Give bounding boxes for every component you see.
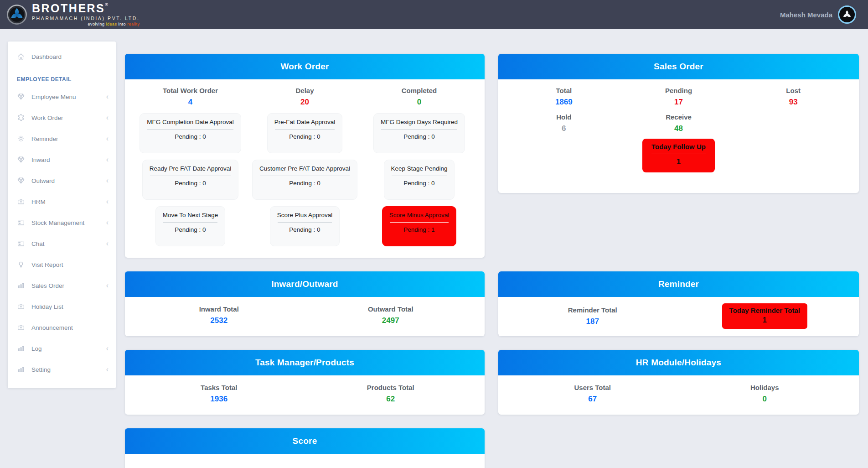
sidebar-item-reminder[interactable]: Reminder‹ — [8, 128, 116, 149]
approval-box-title: MFG Completion Date Approval — [147, 119, 234, 125]
work-order-card-body: Total Work Order4Delay20Completed0 MFG C… — [125, 79, 485, 246]
divider — [390, 222, 449, 223]
hr-module-holidays-card-header: HR Module/Holidays — [498, 350, 859, 375]
approval-box-score-minus-approval[interactable]: Score Minus ApprovalPending : 1 — [382, 206, 456, 246]
stat-value: 93 — [736, 98, 851, 107]
bulb-icon — [17, 260, 25, 269]
chevron-left-icon: ‹ — [106, 114, 108, 121]
inward-outward-card: Inward/Outward Inward Total2532Outward T… — [125, 271, 485, 336]
stat-value: 1869 — [506, 98, 621, 107]
divider — [392, 176, 447, 176]
approval-cell: MFG Design Days RequiredPending : 0 — [362, 113, 476, 153]
brothers-logo-icon — [6, 4, 27, 25]
sidebar-item-label: Work Order — [31, 114, 63, 121]
stat-value: 6 — [506, 124, 621, 133]
stat-label: Receive — [621, 113, 736, 121]
sidebar-item-label: Log — [31, 345, 42, 352]
user-menu[interactable]: Mahesh Mevada — [780, 5, 856, 24]
approval-box-title: Move To Next Stage — [163, 212, 218, 218]
home-icon — [17, 52, 25, 61]
sidebar-item-announcement[interactable]: Announcement — [8, 317, 116, 338]
approval-box-title: Score Minus Approval — [389, 212, 449, 218]
stat-products-total: Products Total62 — [305, 384, 477, 404]
sidebar-item-stock-management[interactable]: Stock Management‹ — [8, 212, 116, 233]
gem-icon — [17, 177, 25, 185]
stat-label: Reminder Total — [506, 306, 679, 314]
stat-label: Products Total — [305, 384, 477, 391]
brand-name: BROTHERS® — [32, 3, 140, 14]
brand-subtitle: PHARMAMACH (INDIA) PVT. LTD. — [32, 16, 140, 21]
stat-inward-total: Inward Total2532 — [133, 305, 305, 325]
approval-cell: Score Plus ApprovalPending : 0 — [248, 206, 362, 246]
approval-box-title: Score Plus Approval — [277, 212, 333, 218]
today-follow-up-box[interactable]: Today Follow Up 1 — [642, 139, 715, 172]
reminder-card-body: Reminder Total 187 Today Reminder Total … — [498, 297, 859, 329]
sales-order-card: Sales Order Total1869Pending17Lost93 Hol… — [498, 54, 859, 193]
stat-holidays: Holidays0 — [679, 384, 851, 404]
divider — [147, 129, 233, 130]
approval-box-score-plus-approval: Score Plus ApprovalPending : 0 — [270, 206, 340, 246]
sidebar-item-label: Stock Management — [31, 219, 84, 226]
sidebar-item-chat[interactable]: Chat‹ — [8, 233, 116, 254]
user-name: Mahesh Mevada — [780, 11, 832, 19]
chart-icon — [17, 344, 25, 353]
stat-label: Total — [506, 87, 621, 94]
stat-value: 4 — [133, 98, 248, 107]
sidebar-item-visit-report[interactable]: Visit Report — [8, 254, 116, 275]
sales-order-card-header: Sales Order — [498, 54, 859, 79]
work-order-stats: Total Work Order4Delay20Completed0 — [133, 87, 476, 107]
chevron-left-icon: ‹ — [106, 135, 108, 142]
wallet-icon — [17, 218, 25, 227]
approval-box-mfg-completion-date-approval: MFG Completion Date ApprovalPending : 0 — [140, 113, 241, 153]
sidebar-item-log[interactable]: Log‹ — [8, 338, 116, 359]
sidebar-item-employee-menu[interactable]: Employee Menu‹ — [8, 86, 116, 107]
score-card: Score — [125, 428, 485, 468]
approval-box-pending: Pending : 0 — [277, 226, 333, 233]
stat-value: 187 — [506, 317, 679, 326]
sidebar-item-outward[interactable]: Outward‹ — [8, 170, 116, 191]
today-follow-up-label: Today Follow Up — [651, 143, 706, 151]
sidebar-item-dashboard[interactable]: Dashboard — [8, 46, 116, 67]
briefcase-icon — [17, 323, 25, 332]
stat-outward-total: Outward Total2497 — [305, 305, 477, 325]
today-reminder-total-label: Today Reminder Total — [729, 307, 800, 314]
stat-label: Completed — [362, 87, 476, 94]
approval-box-title: Keep Stage Pending — [391, 165, 448, 172]
approval-box-pending: Pending : 0 — [259, 180, 350, 187]
approval-box-pending: Pending : 0 — [391, 180, 448, 187]
sidebar-item-inward[interactable]: Inward‹ — [8, 149, 116, 170]
approval-cell: Pre-Fat Date ApprovalPending : 0 — [248, 113, 362, 153]
approval-box-pending: Pending : 1 — [389, 226, 449, 233]
sidebar-item-label: Holiday List — [31, 303, 63, 310]
stat-label: Total Work Order — [133, 87, 248, 94]
sidebar-item-work-order[interactable]: Work Order‹ — [8, 107, 116, 128]
stat-value: 48 — [621, 124, 736, 133]
chevron-left-icon: ‹ — [106, 156, 108, 163]
stat-label: Users Total — [506, 384, 679, 391]
task-products-stats: Tasks Total1936Products Total62 — [125, 375, 485, 404]
stat-value: 2532 — [133, 316, 305, 325]
brand-logo-block[interactable]: BROTHERS® PHARMAMACH (INDIA) PVT. LTD. e… — [6, 3, 140, 26]
sidebar-item-label: Dashboard — [31, 53, 62, 60]
reminder-card: Reminder Reminder Total 187 Today Remind… — [498, 271, 859, 336]
approval-box-title: MFG Design Days Required — [381, 119, 458, 125]
inward-outward-stats: Inward Total2532Outward Total2497 — [125, 297, 485, 325]
today-reminder-total-box[interactable]: Today Reminder Total 1 — [722, 303, 807, 329]
wallet-icon — [17, 239, 25, 248]
divider — [163, 222, 217, 223]
sidebar-item-sales-order[interactable]: Sales Order‹ — [8, 275, 116, 296]
chevron-left-icon: ‹ — [106, 345, 108, 352]
sidebar-item-setting[interactable]: Setting‹ — [8, 359, 116, 380]
task-manager-products-card-header: Task Manager/Products — [125, 350, 485, 375]
sidebar-item-label: Announcement — [31, 324, 73, 331]
user-avatar[interactable] — [838, 5, 856, 24]
stat-receive: Receive48 — [621, 113, 736, 133]
main-content: Work Order Total Work Order4Delay20Compl… — [125, 54, 859, 468]
approval-box-title: Customer Pre FAT Date Approval — [259, 165, 350, 172]
sidebar-item-label: HRM — [31, 198, 46, 205]
task-manager-products-card: Task Manager/Products Tasks Total1936Pro… — [125, 350, 485, 415]
sidebar-item-holiday-list[interactable]: Holiday List — [8, 296, 116, 317]
approval-box-pre-fat-date-approval: Pre-Fat Date ApprovalPending : 0 — [267, 113, 343, 153]
sidebar-item-hrm[interactable]: HRM‹ — [8, 191, 116, 212]
sidebar: DashboardEMPLOYEE DETAILEmployee Menu‹Wo… — [8, 42, 116, 388]
